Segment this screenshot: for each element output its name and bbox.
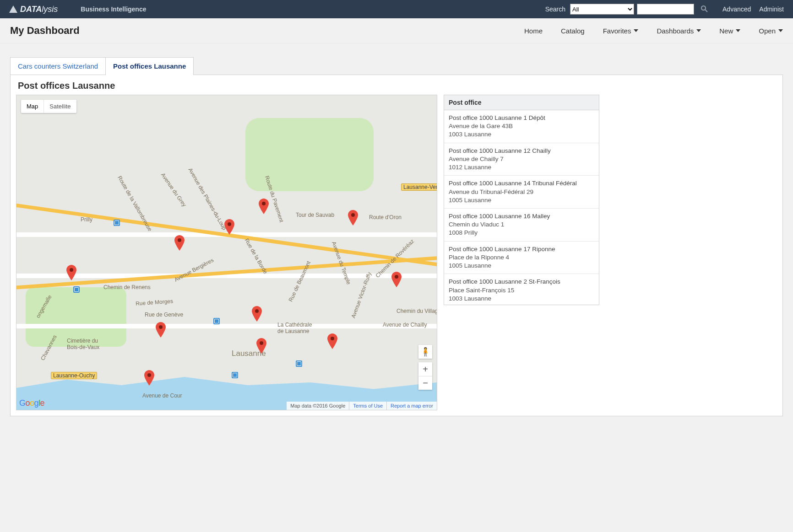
svg-point-6 [228, 222, 231, 226]
grid-header[interactable]: Post office [444, 95, 599, 110]
map-canvas[interactable]: Lausanne Prilly La Cathédrale de Lausann… [16, 95, 437, 410]
nav-home[interactable]: Home [524, 27, 543, 35]
svg-line-1 [705, 10, 707, 12]
svg-point-5 [178, 238, 181, 242]
search-label: Search [545, 5, 565, 13]
svg-point-12 [395, 275, 398, 279]
map-attribution: Map data ©2016 Google Terms of Use Repor… [287, 402, 437, 410]
map-pin[interactable] [251, 306, 262, 317]
table-row[interactable]: Post office 1000 Lausanne 14 Tribunal Fé… [444, 176, 599, 209]
svg-point-8 [260, 341, 263, 345]
map-pin[interactable] [348, 210, 358, 221]
svg-point-4 [159, 325, 163, 329]
dashboard-header: My Dashboard Home Catalog Favorites Dash… [0, 18, 793, 43]
map-label-prilly: Prilly [81, 216, 92, 223]
attrib-data: Map data ©2016 Google [287, 402, 349, 410]
post-office-list: Post office Post office 1000 Lausanne 1 … [444, 95, 599, 410]
global-header: DATAlysis Business Intelligence Search A… [0, 0, 793, 18]
table-row[interactable]: Post office 1000 Lausanne 1 DépôtAvenue … [444, 110, 599, 143]
map-pin[interactable] [327, 333, 338, 344]
svg-point-2 [70, 268, 73, 272]
map-label-cathedrale: La Cathédrale de Lausanne [277, 322, 312, 334]
svg-point-0 [701, 6, 706, 10]
map-pin[interactable] [391, 272, 402, 283]
tab-cars-counters[interactable]: Cars counters Switzerland [10, 57, 106, 75]
svg-point-7 [255, 309, 259, 313]
chevron-down-icon [778, 29, 783, 32]
brand-subtitle: Business Intelligence [81, 5, 146, 13]
search-icon[interactable] [701, 5, 708, 14]
search-scope-select[interactable]: All [570, 4, 634, 15]
transit-icon [73, 286, 80, 293]
map-pin[interactable] [256, 338, 267, 349]
map-pin[interactable] [144, 370, 155, 381]
map-pin[interactable] [258, 199, 269, 210]
nav-open[interactable]: Open [759, 27, 783, 35]
map-pin[interactable] [174, 235, 185, 246]
svg-point-3 [147, 373, 151, 377]
svg-point-9 [262, 202, 266, 205]
map-label-sauvab: Tour de Sauvab [296, 212, 334, 218]
streetview-pegman-icon[interactable]: 🧍 [418, 345, 432, 359]
triangle-icon [9, 5, 17, 13]
map-tag-ouchy: Lausanne-Ouchy [51, 372, 97, 379]
brand-text-2: lysis [42, 5, 58, 14]
attrib-report[interactable]: Report a map error [386, 402, 437, 410]
table-row[interactable]: Post office 1000 Lausanne 17 RiponnePlac… [444, 242, 599, 274]
search-input[interactable] [637, 4, 694, 15]
map-pin[interactable] [224, 219, 235, 230]
zoom-in-button[interactable]: + [418, 362, 432, 376]
transit-icon [114, 220, 120, 226]
map-label-geneve: Rue de Genève [145, 312, 183, 318]
map-tag-vennes: Lausanne-Vennes [401, 183, 437, 191]
chevron-down-icon [634, 29, 638, 32]
map-tiles [16, 95, 437, 410]
table-row[interactable]: Post office 1000 Lausanne 12 ChaillyAven… [444, 143, 599, 176]
map-type-map[interactable]: Map [21, 100, 43, 113]
map-label-cimetiere: Cimetière du Bois-de-Vaux [67, 338, 99, 350]
grid-body[interactable]: Post office 1000 Lausanne 1 DépôtAvenue … [444, 110, 599, 305]
map-label-village: Chemin du Village [396, 308, 437, 314]
map-label-cour: Avenue de Cour [142, 392, 182, 399]
transit-icon [232, 372, 238, 378]
page-title: My Dashboard [10, 25, 80, 37]
admin-link[interactable]: Administ [759, 5, 784, 13]
map-pin[interactable] [155, 322, 166, 333]
table-row[interactable]: Post office 1000 Lausanne 16 MalleyChemi… [444, 209, 599, 242]
map-type-toggle: Map Satellite [21, 100, 76, 113]
advanced-link[interactable]: Advanced [722, 5, 751, 13]
chevron-down-icon [736, 29, 740, 32]
tab-post-offices[interactable]: Post offices Lausanne [106, 57, 194, 75]
dashboard-tabs: Cars counters Switzerland Post offices L… [10, 57, 783, 75]
svg-point-11 [351, 213, 355, 217]
nav-new[interactable]: New [719, 27, 740, 35]
map-pin[interactable] [66, 265, 77, 276]
nav-favorites[interactable]: Favorites [603, 27, 639, 35]
map-label-renens: Chemin de Renens [103, 284, 151, 290]
panel-title: Post offices Lausanne [18, 81, 777, 91]
nav-catalog[interactable]: Catalog [561, 27, 585, 35]
map-label-oron: Route d'Oron [369, 214, 402, 220]
chevron-down-icon [696, 29, 701, 32]
attrib-terms[interactable]: Terms of Use [349, 402, 386, 410]
zoom-control: + − [418, 362, 432, 390]
map-label-chailly: Avenue de Chailly [383, 322, 427, 328]
map-type-satellite[interactable]: Satellite [43, 100, 76, 113]
svg-point-10 [331, 337, 334, 340]
zoom-out-button[interactable]: − [418, 376, 432, 390]
dashboard-panel: Post offices Lausanne Lausanne Prilly La… [10, 75, 783, 416]
brand-logo[interactable]: DATAlysis [9, 5, 58, 14]
brand-text-1: DATA [20, 5, 42, 14]
transit-icon [296, 360, 302, 367]
nav-dashboards[interactable]: Dashboards [657, 27, 701, 35]
table-row[interactable]: Post office 1000 Lausanne 2 St-FrançoisP… [444, 274, 599, 305]
transit-icon [213, 318, 220, 324]
google-logo: Google [19, 398, 44, 408]
